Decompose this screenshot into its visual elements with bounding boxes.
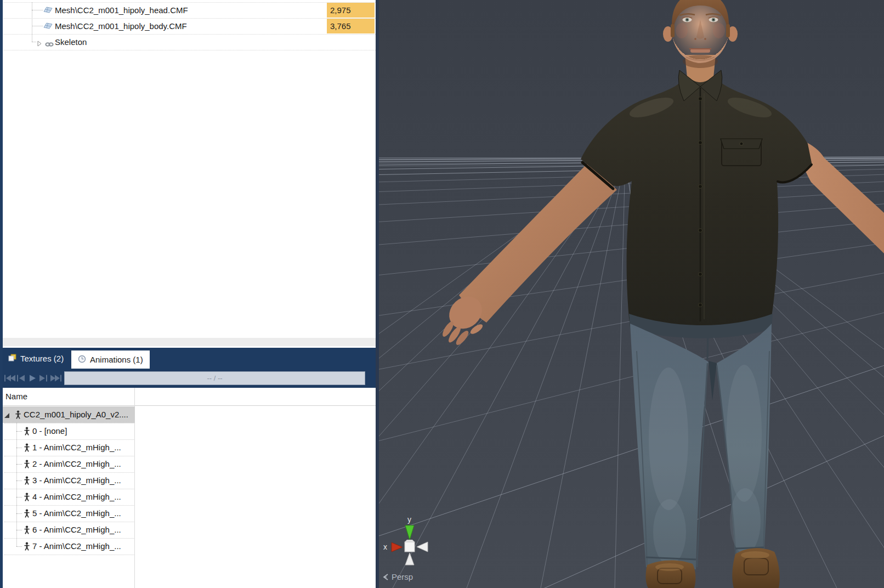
animations-list-header: Name [0, 388, 376, 406]
animation-root-label: CC2_m001_hipoly_A0_v2.... [24, 406, 128, 423]
tab-label: Animations (1) [90, 355, 143, 364]
time-display: -- / -- [64, 371, 365, 385]
tree-item-label: Skeleton [55, 34, 87, 50]
animation-row-6[interactable]: 6 - Anim\CC2_mHigh_... [0, 522, 135, 538]
row-divider [4, 505, 135, 506]
right-arm [799, 140, 884, 253]
animation-row-3[interactable]: 3 - Anim\CC2_mHigh_... [0, 472, 135, 489]
textures-icon [8, 354, 16, 363]
character-model[interactable] [440, 0, 884, 588]
tree-branch-line [16, 513, 22, 514]
animation-label: 6 - Anim\CC2_mHigh_... [32, 522, 121, 538]
tree-branch-line [16, 546, 22, 547]
clock-icon [78, 355, 86, 365]
person-icon [24, 493, 30, 504]
scene-canvas[interactable]: y x [379, 0, 884, 588]
person-icon [24, 509, 30, 520]
previous-frame-button[interactable] [17, 374, 28, 381]
axis-gizmo[interactable]: y x [383, 515, 428, 565]
tree-row-skeleton[interactable]: Skeleton [0, 34, 376, 50]
person-icon [24, 542, 30, 553]
row-divider [0, 50, 376, 50]
animation-row-2[interactable]: 2 - Anim\CC2_mHigh_... [0, 456, 135, 472]
person-icon [24, 460, 30, 471]
animation-label: 7 - Anim\CC2_mHigh_... [32, 538, 121, 555]
tab-animations[interactable]: Animations (1) [71, 350, 150, 369]
bottom-tab-bar: Textures (2) Animations (1) [0, 348, 376, 388]
camera-mode-label: Persp [392, 572, 413, 581]
row-divider [4, 472, 135, 473]
playback-controls: -- / -- [0, 369, 376, 388]
tree-branch-line [16, 464, 22, 465]
tree-branch-line [16, 448, 22, 448]
scene-tree-panel: Mesh\CC2_m001_hipoly_head.CMF 2,975 Mesh… [0, 0, 376, 588]
tab-label: Textures (2) [20, 354, 64, 363]
skip-to-start-button[interactable] [4, 374, 15, 381]
person-icon [24, 427, 30, 438]
skip-to-end-button[interactable] [50, 374, 61, 381]
animation-root-row[interactable]: CC2_m001_hipoly_A0_v2.... [0, 406, 135, 423]
axis-y-label: y [407, 515, 411, 524]
tree-branch-line [16, 480, 22, 481]
count-cell[interactable]: 3,765 [327, 19, 375, 33]
viewport-3d[interactable]: y x Persp [379, 0, 884, 588]
animation-row-0[interactable]: 0 - [none] [0, 423, 135, 439]
animation-label: 0 - [none] [32, 423, 67, 439]
axis-x-label: x [383, 542, 387, 551]
row-divider [4, 538, 135, 539]
model-viewer-window: Mesh\CC2_m001_hipoly_head.CMF 2,975 Mesh… [0, 0, 884, 588]
axis-cone[interactable] [405, 553, 414, 565]
expand-arrow-icon[interactable] [37, 39, 42, 49]
axis-cone[interactable] [417, 542, 428, 552]
person-icon [24, 525, 30, 536]
row-divider [4, 439, 135, 440]
next-frame-button[interactable] [39, 374, 50, 381]
horizontal-scrollbar[interactable] [0, 338, 376, 346]
head [663, 0, 738, 63]
animation-row-1[interactable]: 1 - Anim\CC2_mHigh_... [0, 439, 135, 456]
person-icon [24, 443, 30, 454]
gizmo-cube[interactable] [405, 542, 415, 552]
animation-label: 1 - Anim\CC2_mHigh_... [32, 439, 121, 456]
count-cell[interactable]: 2,975 [327, 3, 375, 18]
animation-label: 5 - Anim\CC2_mHigh_... [32, 505, 121, 522]
tree-branch-line [16, 497, 22, 497]
shirt [581, 78, 812, 327]
person-icon [15, 410, 21, 421]
skeleton-icon [45, 39, 54, 49]
collapse-arrow-icon[interactable] [4, 413, 9, 418]
row-divider [4, 522, 135, 522]
animation-label: 2 - Anim\CC2_mHigh_... [32, 456, 121, 472]
row-divider [4, 555, 135, 555]
animation-label: 4 - Anim\CC2_mHigh_... [32, 489, 121, 505]
play-button[interactable] [29, 374, 40, 381]
tab-textures[interactable]: Textures (2) [2, 348, 70, 369]
jeans [629, 314, 773, 569]
mesh-icon [43, 6, 53, 16]
axis-x-cone[interactable] [392, 542, 403, 552]
row-divider [4, 489, 135, 489]
mesh-icon [43, 22, 53, 32]
tree-item-label: Mesh\CC2_m001_hipoly_head.CMF [55, 2, 188, 18]
tree-row-mesh-head[interactable]: Mesh\CC2_m001_hipoly_head.CMF 2,975 [0, 2, 376, 18]
column-header-name[interactable]: Name [5, 388, 27, 405]
row-divider [4, 456, 135, 456]
tree-row-mesh-body[interactable]: Mesh\CC2_m001_hipoly_body.CMF 3,765 [0, 18, 376, 34]
animation-row-5[interactable]: 5 - Anim\CC2_mHigh_... [0, 505, 135, 522]
animation-row-7[interactable]: 7 - Anim\CC2_mHigh_... [0, 538, 135, 555]
tree-item-label: Mesh\CC2_m001_hipoly_body.CMF [55, 18, 187, 34]
tree-branch-line [16, 530, 22, 530]
camera-mode-indicator[interactable]: Persp [383, 572, 413, 581]
animation-label: 3 - Anim\CC2_mHigh_... [32, 472, 121, 489]
axis-y-cone[interactable] [405, 525, 414, 540]
tree-branch-line [16, 431, 22, 432]
panel-edge [0, 0, 3, 588]
row-divider [4, 423, 135, 423]
animation-row-4[interactable]: 4 - Anim\CC2_mHigh_... [0, 489, 135, 505]
person-icon [24, 476, 30, 487]
camera-arrow-icon [383, 573, 389, 581]
